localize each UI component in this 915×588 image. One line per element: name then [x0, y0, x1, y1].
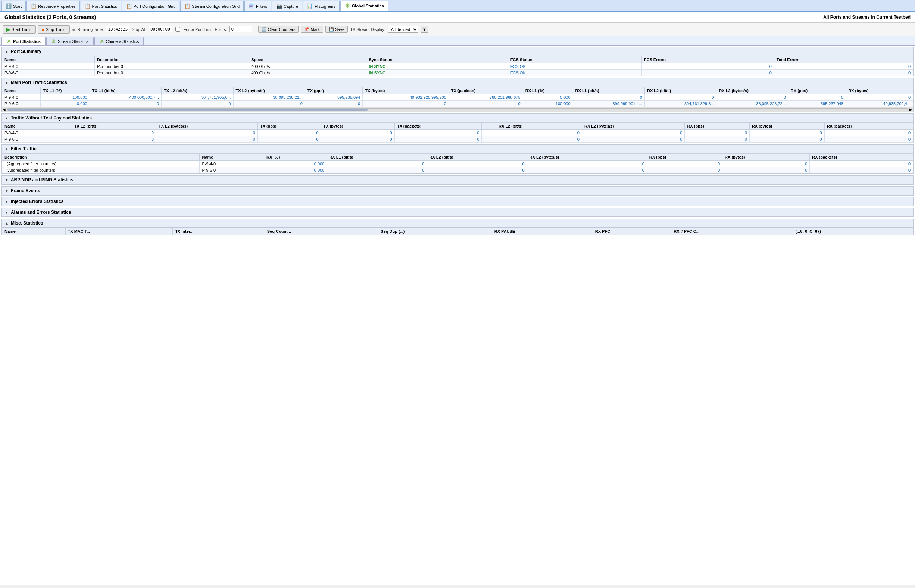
- injected-errors-header[interactable]: ▼ Injected Errors Statistics: [2, 197, 913, 206]
- horizontal-scrollbar[interactable]: ◀ ▶: [2, 107, 913, 111]
- tnp-row1-txl2bits: 0: [72, 130, 156, 136]
- tnp-row1-txpackets: 0: [394, 130, 482, 136]
- ps-row0-totalerr: 0: [774, 63, 913, 70]
- tnp-col-txpackets: TX (packets): [394, 123, 482, 130]
- port-summary-section: ▲ Port Summary Name Description Speed Sy…: [2, 47, 913, 76]
- mpt-row0-txpps: 595,238,094: [305, 94, 362, 101]
- tab-histograms[interactable]: 📊 Histograms: [303, 1, 339, 11]
- tnp-row1-rxpps: 0: [685, 130, 749, 136]
- alarms-errors-header[interactable]: ▼ Alarms and Errors Statistics: [2, 208, 913, 217]
- start-traffic-icon: ▶: [6, 26, 10, 32]
- frame-events-header[interactable]: ▼ Frame Events: [2, 187, 913, 195]
- stop-at-value[interactable]: 00:00:00: [149, 26, 172, 32]
- ft-col-rxl2bytes: RX L2 (bytes/s): [527, 154, 647, 161]
- tnp-row2-rxpps: 0: [685, 136, 749, 142]
- port-summary-header[interactable]: ▲ Port Summary: [2, 47, 913, 56]
- tab-port-configuration-grid[interactable]: 📋 Port Configuration Grid: [122, 1, 180, 11]
- start-traffic-button[interactable]: ▶ Start Traffic: [3, 25, 36, 34]
- tab-global-statistics[interactable]: ✳️ Global Statistics: [340, 1, 388, 11]
- injected-errors-collapse-icon[interactable]: ▼: [5, 200, 8, 204]
- tx-stream-display-select[interactable]: All defined: [388, 26, 418, 33]
- misc-table: Name TX MAC T... TX Inter... Seq Count..…: [2, 228, 913, 235]
- sub-tab-port-statistics[interactable]: ✳️ Port Statistics: [2, 37, 45, 45]
- tnp-row2-txl2bytes: 0: [156, 136, 257, 142]
- frame-events-collapse-icon[interactable]: ▼: [5, 189, 8, 193]
- tnp-col-rxl2bytes: RX L2 (bytes/s): [582, 123, 684, 130]
- save-icon: 💾: [329, 27, 334, 32]
- tnp-col-rxpackets: RX (packets): [824, 123, 913, 130]
- more-options-button[interactable]: ▼: [420, 26, 428, 33]
- status-dot: ●: [72, 26, 75, 32]
- ft-row2-rxpps: 0: [647, 167, 722, 173]
- filter-traffic-header[interactable]: ▲ Filter Traffic: [2, 145, 913, 153]
- mpt-row1-rxl2bytes: 38,095,228,72...: [716, 101, 788, 107]
- mpt-row1-txl1pct: 0.000: [41, 101, 90, 107]
- alarms-errors-collapse-icon[interactable]: ▼: [5, 210, 8, 215]
- scroll-track[interactable]: [7, 108, 908, 111]
- arp-ndp-collapse-icon[interactable]: ▼: [5, 178, 8, 182]
- main-port-traffic-header[interactable]: ▲ Main Port Traffic Statistics: [2, 78, 913, 87]
- table-row: (Aggregated filter counters) P-9-4-0 0.0…: [2, 161, 913, 167]
- stop-traffic-button[interactable]: ● Stop Traffic: [38, 25, 70, 34]
- tnp-row1-e2: [482, 130, 496, 136]
- mpt-row0-name: P-9-4-0: [2, 94, 41, 101]
- mpt-row1-name: P-9-6-0: [2, 101, 41, 107]
- resource-properties-icon: 📋: [31, 3, 37, 9]
- injected-errors-title: Injected Errors Statistics: [11, 199, 63, 204]
- ps-row0-name: P-9-4-0: [2, 63, 95, 70]
- misc-collapse-icon[interactable]: ▲: [5, 221, 8, 225]
- force-port-limit-checkbox[interactable]: [175, 27, 180, 32]
- scroll-thumb[interactable]: [8, 108, 368, 111]
- tab-start[interactable]: ℹ️ Start: [2, 1, 26, 11]
- col-total-errors: Total Errors: [774, 57, 913, 63]
- col-speed: Speed: [249, 57, 367, 63]
- tab-port-statistics[interactable]: 📋 Port Statistics: [81, 1, 121, 11]
- traffic-no-payload-header[interactable]: ▲ Traffic Without Test Payload Statistic…: [2, 114, 913, 123]
- misc-header[interactable]: ▲ Misc. Statistics: [2, 219, 913, 228]
- ft-row1-desc: (Aggregated filter counters): [2, 161, 200, 167]
- mpt-row1-txpackets: 0: [449, 101, 523, 107]
- tab-filters-label: Filters: [256, 4, 267, 8]
- scroll-left-arrow[interactable]: ◀: [2, 107, 6, 111]
- arp-ndp-section: ▼ ARP/NDP and PING Statistics: [2, 175, 913, 185]
- ft-row1-rxpct: 0.000: [264, 161, 327, 167]
- tab-stream-configuration-grid[interactable]: 📋 Stream Configuration Grid: [180, 1, 244, 11]
- tab-capture-label: Capture: [284, 4, 298, 8]
- filter-traffic-table: Description Name RX (%) RX L1 (bit/s) RX…: [2, 153, 913, 173]
- stream-statistics-subtab-icon: ✳️: [51, 39, 57, 44]
- tab-capture[interactable]: 📷 Capture: [272, 1, 302, 11]
- misc-col-txmact: TX MAC T...: [65, 228, 173, 235]
- stream-statistics-subtab-label: Stream Statistics: [58, 39, 89, 44]
- mpt-row0-rxl2bytes: 0: [716, 94, 788, 101]
- sub-tab-bar: ✳️ Port Statistics ✳️ Stream Statistics …: [0, 36, 915, 45]
- ft-row2-rxl1bits: 0: [327, 167, 427, 173]
- tab-filters[interactable]: ⚗️ Filters: [244, 1, 271, 11]
- tnp-col-rxpps: RX (pps): [685, 123, 749, 130]
- mark-button[interactable]: 📌 Mark: [301, 26, 323, 33]
- mpt-row0-rxl2bits: 0: [645, 94, 716, 101]
- tnp-row2-e2: [482, 136, 496, 142]
- ps-row0-sync: IN SYNC: [367, 63, 508, 70]
- port-summary-collapse-icon[interactable]: ▲: [5, 50, 8, 54]
- mpt-row1-txl2bits: 0: [162, 101, 233, 107]
- table-row: (Aggregated filter counters) P-9-6-0 0.0…: [2, 167, 913, 173]
- sub-tab-stream-statistics[interactable]: ✳️ Stream Statistics: [46, 37, 94, 45]
- stop-traffic-label: Stop Traffic: [46, 27, 66, 32]
- mpt-row1-rxl2bits: 304,761,829,8...: [645, 101, 716, 107]
- separator-1: [255, 26, 255, 33]
- tab-resource-properties[interactable]: 📋 Resource Properties: [26, 1, 79, 11]
- tnp-row1-txbytes: 0: [321, 130, 394, 136]
- save-button[interactable]: 💾 Save: [325, 26, 348, 33]
- stop-traffic-icon: ●: [41, 26, 44, 32]
- sub-tab-chimera-statistics[interactable]: ✳️ Chimera Statistics: [94, 37, 144, 45]
- tnp-row1-rxpackets: 0: [824, 130, 913, 136]
- no-payload-collapse-icon[interactable]: ▲: [5, 116, 8, 120]
- clear-counters-button[interactable]: 🔄 Clear Counters: [258, 26, 299, 33]
- main-traffic-collapse-icon[interactable]: ▲: [5, 81, 8, 85]
- tnp-row2-txl2bits: 0: [72, 136, 156, 142]
- scroll-right-arrow[interactable]: ▶: [909, 107, 913, 111]
- filter-traffic-collapse-icon[interactable]: ▲: [5, 147, 8, 151]
- arp-ndp-header[interactable]: ▼ ARP/NDP and PING Statistics: [2, 176, 913, 184]
- tnp-row1-name: P-9-4-0: [2, 130, 57, 136]
- ft-col-rxbytes: RX (bytes): [723, 154, 810, 161]
